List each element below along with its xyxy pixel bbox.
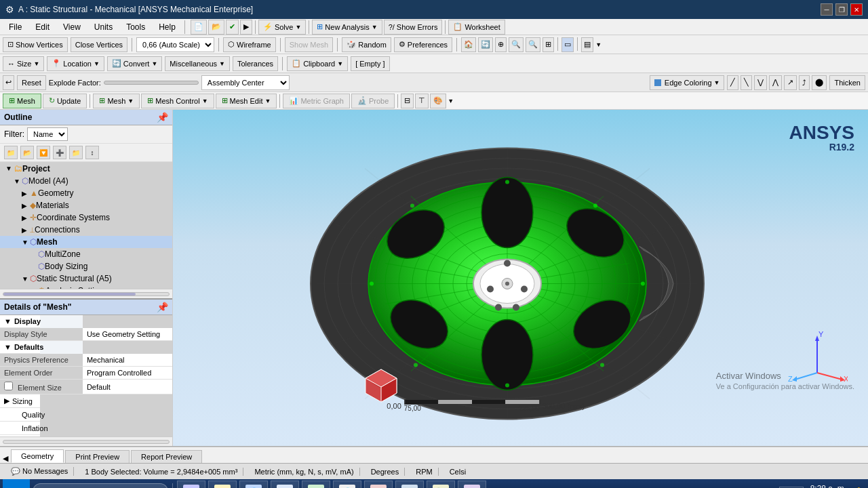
- tree-connections[interactable]: ▶ ⟂ Connections: [0, 224, 172, 236]
- view-style-arrow[interactable]: ▼: [595, 41, 601, 48]
- element-size-checkbox[interactable]: [4, 382, 13, 390]
- assembly-center-dropdown[interactable]: Assembly Center: [201, 75, 290, 90]
- taskbar-app2[interactable]: 📊: [395, 481, 424, 488]
- taskbar-search[interactable]: 🔍 Escribe aquí para buscar: [33, 483, 168, 488]
- location-btn[interactable]: 📍 Location ▼: [47, 56, 104, 71]
- tree-sort-btn[interactable]: ↕: [85, 146, 99, 159]
- restore-button[interactable]: ❐: [835, 3, 848, 16]
- edge-btn-3[interactable]: ⋁: [754, 75, 767, 90]
- menu-tools[interactable]: Tools: [120, 20, 151, 34]
- tolerances-btn[interactable]: Tolerances: [233, 56, 278, 71]
- tree-add-btn[interactable]: ➕: [53, 146, 66, 159]
- display-style-value[interactable]: Use Geometry Setting: [83, 328, 172, 341]
- preferences-btn[interactable]: ⚙ Preferences: [394, 37, 452, 52]
- anno-btn[interactable]: ⊤: [415, 94, 429, 108]
- menu-units[interactable]: Units: [88, 20, 119, 34]
- tree-coord[interactable]: ▶ ✛ Coordinate Systems: [0, 211, 172, 224]
- zoom-out[interactable]: 🔍: [526, 37, 540, 52]
- tree-mesh[interactable]: ▼ ⬡ Mesh: [0, 236, 172, 248]
- close-button[interactable]: ✕: [850, 3, 863, 16]
- taskbar-chrome[interactable]: 🌐: [333, 481, 361, 488]
- element-order-value[interactable]: Program Controlled: [83, 367, 172, 380]
- scale-dropdown[interactable]: 0,66 (Auto Scale): [136, 37, 214, 52]
- tree-project[interactable]: ▼ 🗂 Project: [0, 162, 172, 175]
- mesh-control-btn[interactable]: ⊞ Mesh Control ▼: [141, 94, 214, 108]
- tree-model[interactable]: ▼ ⬡ Model (A4): [0, 175, 172, 187]
- worksheet-btn[interactable]: 📋 Worksheet: [448, 20, 505, 35]
- explode-slider[interactable]: [104, 81, 199, 85]
- tab-report-preview[interactable]: Report Preview: [131, 450, 202, 463]
- display-section-header[interactable]: ▼ Display: [0, 315, 40, 328]
- tree-body-sizing[interactable]: ⬡ Body Sizing: [0, 260, 172, 272]
- show-errors-btn[interactable]: ?/ Show Errors: [384, 20, 443, 35]
- color-map-arrow[interactable]: ▼: [448, 98, 454, 104]
- size-btn[interactable]: ↔ Size ▼: [3, 56, 44, 71]
- color-map-btn[interactable]: 🎨: [430, 94, 446, 108]
- open-icon[interactable]: 📂: [208, 20, 224, 35]
- system-clock[interactable]: 8:38 a. m. 31/03/2020: [809, 484, 846, 488]
- check-icon[interactable]: ✔: [226, 20, 239, 35]
- wireframe-btn[interactable]: ⬡ Wireframe: [223, 37, 276, 52]
- taskbar-ie[interactable]: 🌐: [239, 481, 268, 488]
- quality-section[interactable]: ▶ Quality: [0, 408, 40, 422]
- zoom-in[interactable]: 🔍: [509, 37, 524, 52]
- nav-btn-2[interactable]: 🔄: [478, 37, 493, 52]
- viewport[interactable]: ANSYS R19.2: [173, 110, 868, 446]
- run-icon[interactable]: ▶: [240, 20, 252, 35]
- taskbar-explorer[interactable]: 📁: [208, 481, 237, 488]
- miscellaneous-btn[interactable]: Miscellaneous ▼: [165, 56, 230, 71]
- edge-btn-1[interactable]: ╱: [727, 75, 738, 90]
- taskbar-ansys[interactable]: A: [177, 481, 205, 488]
- close-vertices-btn[interactable]: Close Vertices: [71, 37, 127, 52]
- convert-btn[interactable]: 🔄 Convert ▼: [107, 56, 162, 71]
- tree-structural[interactable]: ▼ ⬡ Static Structural (A5): [0, 272, 172, 285]
- defaults-section-header[interactable]: ▼ Defaults: [0, 341, 40, 354]
- tree-filter-btn[interactable]: 🔽: [37, 146, 50, 159]
- tab-arrow-left[interactable]: ◀: [3, 454, 8, 463]
- edge-btn-4[interactable]: ⋀: [769, 75, 782, 90]
- tree-materials[interactable]: ▶ ◆ Materials: [0, 199, 172, 211]
- taskbar-app4[interactable]: 📧: [458, 481, 486, 488]
- tree-collapse-all[interactable]: 📁: [4, 146, 18, 159]
- menu-help[interactable]: Help: [153, 20, 182, 34]
- random-btn[interactable]: 🎲 Random: [342, 37, 391, 52]
- edge-coloring-btn[interactable]: Edge Coloring ▼: [650, 75, 725, 90]
- taskbar-word[interactable]: W: [271, 481, 299, 488]
- edge-btn-6[interactable]: ⤴: [799, 75, 810, 90]
- viewport-cube[interactable]: [363, 366, 400, 405]
- solve-dropdown-arrow[interactable]: ▼: [295, 24, 301, 30]
- menu-edit[interactable]: Edit: [29, 20, 56, 34]
- mesh-dropdown-btn[interactable]: ⊞ Mesh ▼: [93, 94, 140, 108]
- sizing-section[interactable]: ▶ Sizing: [0, 394, 40, 408]
- show-mesh-btn[interactable]: Show Mesh: [285, 37, 333, 52]
- nav-btn-1[interactable]: 🏠: [461, 37, 476, 52]
- probe-btn[interactable]: 🔬 Probe: [351, 94, 395, 108]
- outline-scrollbar[interactable]: [0, 289, 172, 298]
- details-pin[interactable]: 📌: [157, 302, 168, 312]
- taskbar-app3[interactable]: 🔧: [427, 481, 455, 488]
- tree-expand-all[interactable]: 📂: [20, 146, 34, 159]
- physics-pref-value[interactable]: Mechanical: [83, 354, 172, 367]
- taskbar-app1[interactable]: ⚙: [364, 481, 393, 488]
- thicken-btn[interactable]: Thicken: [829, 75, 865, 90]
- solve-btn[interactable]: ⚡ Solve ▼: [258, 20, 306, 35]
- new-analysis-btn[interactable]: ⊞ New Analysis ▼: [312, 20, 382, 35]
- undo-btn[interactable]: ↩: [3, 75, 14, 90]
- taskbar-excel[interactable]: X: [302, 481, 330, 488]
- edge-btn-2[interactable]: ╲: [741, 75, 752, 90]
- reset-btn[interactable]: Reset: [17, 75, 46, 90]
- rect-select[interactable]: ▭: [561, 37, 574, 52]
- tree-folder-btn[interactable]: 📁: [69, 146, 83, 159]
- show-vertices-btn[interactable]: ⊡ Show Vertices: [3, 37, 68, 52]
- mesh-main-btn[interactable]: ⊞ Mesh: [3, 94, 41, 108]
- tab-geometry[interactable]: Geometry: [11, 449, 64, 463]
- tree-geometry[interactable]: ▶ ▲ Geometry: [0, 187, 172, 199]
- tab-print-preview[interactable]: Print Preview: [65, 450, 130, 463]
- filter-select[interactable]: Name: [27, 127, 68, 141]
- empty-btn[interactable]: [ Empty ]: [351, 56, 389, 71]
- edge-btn-5[interactable]: ↗: [784, 75, 797, 90]
- menu-file[interactable]: File: [3, 20, 28, 34]
- view-style[interactable]: ▤: [581, 37, 593, 52]
- tree-multizone[interactable]: ⬡ MultiZone: [0, 248, 172, 260]
- minimize-button[interactable]: ─: [821, 3, 833, 16]
